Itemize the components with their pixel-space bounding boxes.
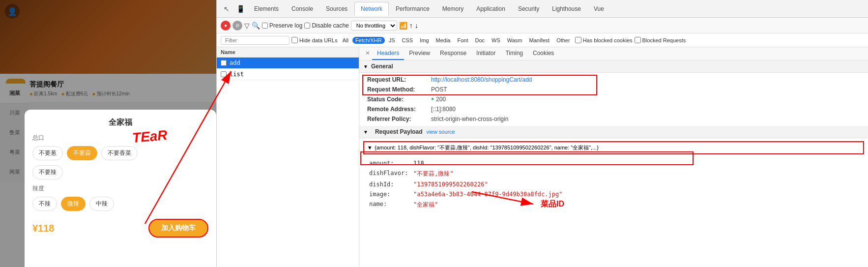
payload-dishid-row: dishId: "1397851099502260226"	[369, 179, 864, 189]
payload-image-row: image: "a53a4e6a-3b83-4044-87f9-9d49b30a…	[369, 189, 864, 199]
payload-amount-key: amount:	[369, 160, 413, 167]
tag-no-garlic[interactable]: 不要蒜	[67, 146, 97, 160]
detail-tab-initiator[interactable]: Initiator	[471, 47, 500, 60]
tab-network[interactable]: Network	[354, 2, 389, 16]
has-blocked-cookies-text: Has blocked cookies	[583, 37, 633, 43]
tab-elements[interactable]: Elements	[248, 2, 285, 15]
dish-modal: 全家福 总口 不要葱 不要蒜 不要香菜 不要辣 辣度 不辣 微辣 中辣 ¥118…	[25, 110, 216, 267]
detail-tab-headers[interactable]: Headers	[372, 47, 404, 60]
spice-tags: 不辣 微辣 中辣	[32, 197, 208, 211]
condiment-tags: 不要葱 不要蒜 不要香菜	[32, 146, 208, 160]
preserve-log-checkbox[interactable]	[262, 23, 268, 29]
request-url-row: Request URL: http://localhost:8080/shopp…	[367, 75, 860, 85]
hide-data-urls-checkbox[interactable]	[291, 37, 298, 43]
tag-no-spicy[interactable]: 不要辣	[32, 165, 63, 179]
tag-no-coriander[interactable]: 不要香菜	[101, 146, 138, 160]
filter-input[interactable]	[221, 36, 289, 45]
filter-manifest[interactable]: Manifest	[526, 37, 553, 44]
close-panel-icon[interactable]: ✕	[363, 47, 372, 60]
payload-dishflavor-value: "不要蒜,微辣"	[413, 170, 454, 178]
device-icon[interactable]: 📱	[234, 3, 246, 15]
filter-fetch-xhr[interactable]: Fetch/XHR	[352, 37, 385, 44]
tag-mild[interactable]: 微辣	[61, 197, 86, 211]
tab-application[interactable]: Application	[470, 2, 511, 15]
blocked-requests-label[interactable]: Blocked Requests	[635, 37, 686, 43]
tag-no-onion[interactable]: 不要葱	[32, 146, 63, 160]
filter-wasm[interactable]: Wasm	[504, 37, 525, 44]
filter-media[interactable]: Media	[433, 37, 454, 44]
devtools-toolbar: ● ⊘ ▽ 🔍 Preserve log Disable cache No th…	[217, 18, 868, 33]
tab-security[interactable]: Security	[512, 2, 545, 15]
filter-img[interactable]: Img	[417, 37, 432, 44]
filter-all[interactable]: All	[340, 37, 351, 44]
general-section-header[interactable]: ▼ General	[359, 60, 868, 73]
payload-expanded-fields: amount: 118 dishFlavor: "不要蒜,微辣" dishId:…	[359, 157, 868, 212]
upload-icon[interactable]: ↑	[409, 22, 413, 30]
detail-tab-response[interactable]: Response	[435, 47, 471, 60]
cursor-icon[interactable]: ↖	[221, 3, 232, 15]
wifi-icon: 📶	[399, 22, 407, 30]
detail-tab-preview[interactable]: Preview	[404, 47, 435, 60]
network-item-list-checkbox[interactable]	[221, 71, 227, 77]
payload-collapse-icon: ▼	[363, 129, 368, 135]
filter-ws[interactable]: WS	[489, 37, 503, 44]
network-list-header: Name	[217, 47, 359, 58]
tab-sources[interactable]: Sources	[320, 2, 353, 15]
tab-console[interactable]: Console	[286, 2, 319, 15]
disable-cache-checkbox[interactable]	[304, 23, 310, 29]
payload-collapse-arrow[interactable]: ▼	[368, 145, 372, 151]
payload-section-header[interactable]: ▼ Request Payload view source	[359, 126, 868, 138]
network-item-add[interactable]: add	[217, 58, 359, 69]
payload-summary-box: ▼ {amount: 118, dishFlavor: "不要蒜,微辣", di…	[363, 141, 864, 154]
tag-not-spicy[interactable]: 不辣	[32, 197, 57, 211]
hide-data-urls-label[interactable]: Hide data URLs	[291, 37, 338, 43]
throttle-select[interactable]: No throttling	[351, 21, 397, 30]
tag-medium[interactable]: 中辣	[89, 197, 114, 211]
payload-image-key: image:	[369, 191, 413, 198]
search-button[interactable]: 🔍	[252, 22, 260, 30]
preserve-log-label[interactable]: Preserve log	[262, 22, 302, 29]
network-item-add-checkbox[interactable]	[221, 60, 227, 66]
tab-memory[interactable]: Memory	[436, 2, 469, 15]
disable-cache-label[interactable]: Disable cache	[304, 22, 348, 29]
filter-css[interactable]: CSS	[399, 37, 416, 44]
app-panel: 👤 🍴 菩提阁餐厅 ● 距离1.5km ● 配送费6元 ● 预计时长12min	[0, 0, 216, 267]
tab-lighthouse[interactable]: Lighthouse	[546, 2, 587, 15]
stop-button[interactable]: ⊘	[232, 21, 242, 30]
remote-address-value: [::1]:8080	[431, 106, 456, 113]
has-blocked-cookies-label[interactable]: Has blocked cookies	[575, 37, 633, 43]
detail-tab-timing[interactable]: Timing	[500, 47, 528, 60]
payload-dishflavor-row: dishFlavor: "不要蒜,微辣"	[369, 168, 864, 179]
network-item-list[interactable]: list	[217, 69, 359, 80]
download-icon[interactable]: ↓	[415, 22, 418, 30]
filter-js[interactable]: JS	[386, 37, 398, 44]
filter-doc[interactable]: Doc	[472, 37, 488, 44]
hide-data-urls-text: Hide data URLs	[299, 37, 338, 43]
spice-label: 辣度	[32, 184, 208, 193]
tab-vue[interactable]: Vue	[588, 2, 610, 15]
blocked-requests-checkbox[interactable]	[635, 37, 641, 43]
view-source-link[interactable]: view source	[427, 129, 455, 135]
payload-name-row: name: "全家福"	[369, 199, 864, 210]
filter-font[interactable]: Font	[454, 37, 471, 44]
payload-dishflavor-key: dishFlavor:	[369, 170, 413, 178]
payload-summary-text: {amount: 118, dishFlavor: "不要蒜,微辣", dish…	[375, 145, 599, 150]
detail-tab-cookies[interactable]: Cookies	[528, 47, 559, 60]
detail-tabs-bar: ✕ Headers Preview Response Initiator Tim…	[359, 47, 868, 60]
add-cart-button[interactable]: 加入购物车	[148, 219, 208, 237]
payload-name-key: name:	[369, 201, 413, 209]
referrer-policy-row: Referrer Policy: strict-origin-when-cros…	[367, 114, 860, 124]
has-blocked-cookies-checkbox[interactable]	[575, 37, 581, 43]
blocked-requests-text: Blocked Requests	[642, 37, 686, 43]
request-url-value[interactable]: http://localhost:8080/shoppingCart/add	[431, 76, 532, 83]
record-button[interactable]: ●	[221, 21, 231, 30]
request-method-row: Request Method: POST	[367, 85, 860, 94]
network-item-add-name: add	[230, 59, 240, 66]
disable-cache-text: Disable cache	[312, 22, 348, 29]
tab-performance[interactable]: Performance	[390, 2, 435, 15]
devtools-tabs-bar: ↖ 📱 Elements Console Sources Network Per…	[217, 0, 868, 18]
status-indicator: ●	[431, 96, 434, 103]
filter-button[interactable]: ▽	[244, 22, 250, 30]
filter-other[interactable]: Other	[553, 37, 573, 44]
status-code-value: 200	[436, 96, 446, 103]
